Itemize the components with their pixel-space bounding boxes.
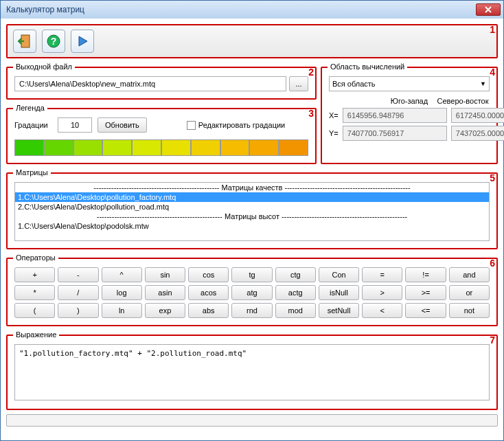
list-header: ----------------------------------------… [15,183,489,192]
operator-button[interactable]: ^ [102,267,142,282]
operator-button[interactable]: > [362,285,402,300]
gradient-cell[interactable] [132,139,161,156]
matrix-list[interactable]: ----------------------------------------… [14,182,490,241]
edit-gradations-label: Редактировать градации [198,121,285,129]
section-number: 3 [308,108,314,119]
operator-button[interactable]: sin [145,267,185,282]
section-number: 5 [490,172,495,183]
operator-button[interactable]: or [449,285,490,300]
operator-button[interactable]: + [14,267,55,282]
area-select-value: Вся область [332,80,376,88]
svg-text:?: ? [51,36,57,47]
browse-button[interactable]: ... [289,76,308,91]
operator-button[interactable]: != [405,267,446,282]
operator-button[interactable]: ln [102,303,142,318]
operator-button[interactable]: <= [405,303,446,318]
output-file-label: Выходной файл [13,63,75,71]
gradient-cell[interactable] [161,139,191,156]
operator-button[interactable]: actg [275,285,316,300]
y-ne-input [451,126,504,141]
gradient-cell[interactable] [44,139,73,156]
gradient-cell[interactable] [220,139,250,156]
operator-button[interactable]: log [102,285,142,300]
gradations-input[interactable] [58,117,92,133]
operator-button[interactable]: * [14,285,55,300]
section-number: 6 [490,258,495,269]
operator-button[interactable]: ( [14,303,55,318]
y-label: Y= [329,129,339,137]
update-button[interactable]: Обновить [98,117,147,133]
sw-header: Юго-запад [382,97,436,105]
gradient-cell[interactable] [249,139,279,156]
ne-header: Северо-восток [436,97,490,105]
matrices-label: Матрицы [13,168,51,177]
operator-button[interactable]: exp [145,303,185,318]
x-sw-input [343,108,447,123]
section-number: 1 [490,24,495,35]
titlebar: Калькулятор матриц [1,1,503,19]
x-label: X= [329,111,339,120]
gradient-cell[interactable] [279,139,308,156]
section-number: 2 [308,67,314,78]
section-number: 7 [490,335,495,346]
calc-area-label: Область вычислений [328,63,407,71]
gradient-strip [14,139,308,156]
output-file-input[interactable] [14,76,286,91]
edit-gradations-checkbox[interactable] [187,121,196,130]
gradient-cell[interactable] [14,139,44,156]
toolbar: ? [8,25,496,57]
legend-label: Легенда [13,104,47,112]
operator-button[interactable]: Con [319,267,359,282]
operator-button[interactable]: and [449,267,490,282]
operator-button[interactable]: setNull [319,303,359,318]
operator-button[interactable]: ctg [275,267,316,282]
gradient-cell[interactable] [102,139,132,156]
list-item[interactable]: 2.C:\Users\Alena\Desktop\pollution_road.… [15,202,489,212]
operator-button[interactable]: mod [275,303,316,318]
operator-button[interactable]: acos [188,285,229,300]
operator-button[interactable]: asin [145,285,185,300]
operators-label: Операторы [13,253,58,262]
expression-label: Выражение [13,330,59,339]
progress-bar [6,414,498,427]
list-header: ----------------------------------------… [15,212,489,221]
x-ne-input [451,108,504,123]
y-sw-input [343,126,447,141]
operator-button[interactable]: atg [231,285,272,300]
list-item[interactable]: 1.C:\Users\Alena\Desktop\podolsk.mtw [15,221,489,231]
gradient-cell[interactable] [191,139,220,156]
operator-button[interactable]: abs [188,303,229,318]
operator-button[interactable]: >= [405,285,446,300]
area-select[interactable]: Вся область [329,76,490,91]
section-number: 4 [490,67,495,78]
gradations-label: Градации [14,121,52,129]
operator-button[interactable]: < [362,303,402,318]
operator-button[interactable]: tg [231,267,272,282]
operator-button[interactable]: - [58,267,98,282]
operator-button[interactable]: / [58,285,98,300]
close-button[interactable] [476,3,501,16]
help-button[interactable]: ? [42,30,65,53]
operators-grid: +-^sincostgctgCon=!=and*/logasinacosatga… [14,267,490,318]
operator-button[interactable]: isNull [319,285,359,300]
list-item[interactable]: 1.C:\Users\Alena\Desktop\pollution_facto… [15,192,489,202]
expression-input[interactable] [14,344,490,400]
operator-button[interactable]: = [362,267,402,282]
exit-button[interactable] [13,30,36,53]
gradient-cell[interactable] [73,139,103,156]
operator-button[interactable]: not [449,303,490,318]
operator-button[interactable]: cos [188,267,229,282]
run-button[interactable] [71,30,94,53]
operator-button[interactable]: ) [58,303,98,318]
window-title: Калькулятор матриц [6,5,476,14]
operator-button[interactable]: rnd [231,303,272,318]
